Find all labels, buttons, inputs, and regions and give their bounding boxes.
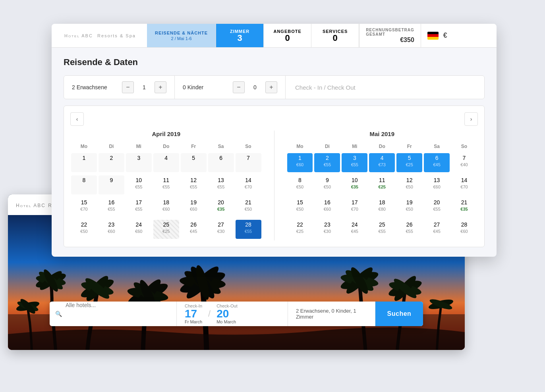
- table-row: 12€50: [396, 174, 423, 196]
- list-item[interactable]: 16€55: [99, 198, 124, 217]
- list-item[interactable]: 14€70: [236, 175, 261, 194]
- tab-services[interactable]: Services 0: [311, 24, 359, 47]
- table-row: 7: [235, 152, 262, 174]
- list-item[interactable]: 22€50: [71, 220, 97, 239]
- list-item[interactable]: 13€60: [424, 175, 450, 194]
- list-item[interactable]: 17€55: [126, 198, 152, 217]
- tab-reisende[interactable]: Reisende & Nächte 2 / Mai 1-6: [147, 24, 216, 47]
- list-item[interactable]: 24€45: [342, 220, 367, 239]
- list-item[interactable]: 27€30: [208, 220, 234, 239]
- children-decrement[interactable]: −: [233, 81, 245, 93]
- list-item[interactable]: 11€25: [369, 175, 395, 194]
- list-item[interactable]: 23€30: [314, 220, 340, 239]
- table-row: 22€50: [70, 218, 98, 240]
- calendar-prev-btn[interactable]: ‹: [70, 112, 84, 126]
- rechnungs-amount: €350: [400, 37, 414, 44]
- table-row: 8: [70, 174, 98, 196]
- list-item[interactable]: 3€55: [342, 153, 367, 172]
- hotel-search-input[interactable]: [50, 302, 141, 308]
- day-number: 11: [163, 177, 169, 184]
- list-item[interactable]: 8€50: [287, 175, 313, 194]
- list-item: 1: [71, 153, 97, 172]
- list-item[interactable]: 6€45: [424, 153, 450, 172]
- list-item[interactable]: 28€60: [451, 220, 477, 239]
- table-row: 24€60: [125, 218, 153, 240]
- list-item[interactable]: 4€73: [369, 153, 395, 172]
- checkin-date: 17: [185, 308, 197, 319]
- list-item[interactable]: 17€70: [342, 198, 367, 217]
- list-item[interactable]: 25€55: [369, 220, 395, 239]
- search-button[interactable]: Suchen: [375, 302, 423, 326]
- list-item[interactable]: 23€60: [99, 220, 124, 239]
- table-row: 10€55: [125, 174, 153, 196]
- day-price: €25: [296, 229, 303, 234]
- list-item[interactable]: 5€25: [396, 153, 422, 172]
- day-number: 20: [434, 199, 440, 206]
- table-row: 1€60: [286, 152, 314, 174]
- list-item[interactable]: 21€35: [451, 198, 477, 217]
- list-item[interactable]: 20€55: [424, 198, 450, 217]
- list-item[interactable]: 15€50: [287, 198, 313, 217]
- list-item[interactable]: 1€60: [287, 153, 313, 172]
- day-number: 5: [192, 155, 195, 161]
- tab-angebote[interactable]: Angebote 0: [264, 24, 311, 47]
- list-item[interactable]: 11€55: [153, 175, 179, 194]
- list-item[interactable]: 7€40: [451, 153, 477, 172]
- day-number: 6: [219, 155, 222, 161]
- table-row: 4: [153, 152, 180, 174]
- list-item[interactable]: 10€55: [126, 175, 152, 194]
- list-item[interactable]: 26€55: [396, 220, 422, 239]
- table-row: 24€45: [341, 218, 368, 240]
- day-price: €70: [460, 184, 468, 189]
- list-item[interactable]: 24€60: [126, 220, 152, 239]
- list-item[interactable]: 19€60: [181, 198, 207, 217]
- list-item[interactable]: 18€60: [153, 198, 179, 217]
- checkout-date: 20: [216, 308, 229, 319]
- list-item[interactable]: 10€35: [342, 175, 367, 194]
- table-row: 11€25: [368, 174, 396, 196]
- day-number: 12: [190, 177, 197, 184]
- list-item[interactable]: 25€25: [153, 220, 179, 239]
- list-item[interactable]: 9€50: [314, 175, 340, 194]
- list-item[interactable]: 12€55: [181, 175, 207, 194]
- booking-content: Reisende & Daten 2 Erwachsene − 1 + 0 Ki…: [52, 48, 497, 257]
- list-item[interactable]: 28€55: [236, 220, 261, 239]
- list-item[interactable]: 20€35: [208, 198, 234, 217]
- calendar-mai: Mai 2019 Mo Di Mi Do Fr Sa So: [286, 131, 478, 240]
- list-item[interactable]: 19€50: [396, 198, 422, 217]
- list-item[interactable]: 13€55: [208, 175, 234, 194]
- mai-hdr-do: Do: [368, 141, 396, 152]
- nav-flag-de-icon[interactable]: [427, 32, 439, 40]
- tab-zimmer[interactable]: Zimmer 3: [216, 24, 264, 47]
- day-price: €45: [433, 229, 440, 234]
- table-row: 7€40: [450, 152, 478, 174]
- list-item[interactable]: 15€70: [71, 198, 97, 217]
- day-number: 7: [247, 155, 250, 161]
- day-price: €45: [351, 229, 358, 234]
- list-item[interactable]: 2€55: [314, 153, 340, 172]
- calendar-next-btn[interactable]: ›: [464, 112, 478, 126]
- section-title: Reisende & Daten: [64, 57, 485, 67]
- nav-right: €: [421, 24, 454, 47]
- list-item[interactable]: 22€25: [287, 220, 313, 239]
- list-item[interactable]: 18€80: [369, 198, 395, 217]
- search-bar: 🔍 Check-In 17 Fr March / Check-Out 20 Mo…: [50, 302, 423, 326]
- table-row: 23€30: [313, 218, 341, 240]
- list-item[interactable]: 26€45: [181, 220, 207, 239]
- april-grid: Mo Di Mi Do Fr Sa So 12345678910€5511€55…: [70, 141, 262, 240]
- table-row: 22€25: [286, 218, 314, 240]
- adults-decrement[interactable]: −: [122, 81, 134, 93]
- list-item[interactable]: 21€50: [236, 198, 261, 217]
- list-item[interactable]: 16€60: [314, 198, 340, 217]
- day-price: €60: [162, 207, 170, 211]
- list-item[interactable]: 12€50: [396, 175, 422, 194]
- guests-summary: 2 Erwachsene, 0 Kinder, 1 Zimmer: [288, 302, 375, 326]
- adults-increment[interactable]: +: [155, 81, 166, 93]
- list-item[interactable]: 14€70: [451, 175, 477, 194]
- day-number: 16: [108, 199, 115, 206]
- list-item[interactable]: 27€45: [424, 220, 450, 239]
- children-increment[interactable]: +: [265, 81, 277, 93]
- day-price: €55: [162, 184, 170, 189]
- day-number: 16: [324, 199, 330, 206]
- day-price: €55: [324, 162, 331, 167]
